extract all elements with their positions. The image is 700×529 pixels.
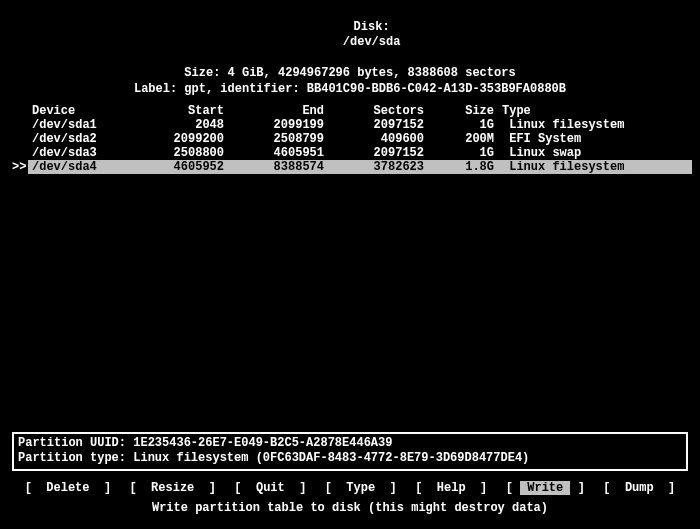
menu-item-quit[interactable]: [ Quit ] bbox=[232, 481, 308, 495]
cell-size: 200M bbox=[428, 132, 498, 146]
cell-size: 1.8G bbox=[428, 160, 498, 174]
cell-sectors: 3782623 bbox=[328, 160, 428, 174]
col-start: Start bbox=[118, 104, 228, 118]
cell-device: /dev/sda1 bbox=[28, 118, 118, 132]
menu-label: Help bbox=[430, 481, 473, 495]
col-type: Type bbox=[498, 104, 692, 118]
table-header-row: Device Start End Sectors Size Type bbox=[8, 104, 692, 118]
cell-end: 2508799 bbox=[228, 132, 328, 146]
status-line: Write partition table to disk (this migh… bbox=[0, 501, 700, 515]
cell-sectors: 409600 bbox=[328, 132, 428, 146]
cell-end: 8388574 bbox=[228, 160, 328, 174]
disk-header: Disk: /dev/sda Size: 4 GiB, 4294967296 b… bbox=[8, 4, 692, 98]
cell-device: /dev/sda2 bbox=[28, 132, 118, 146]
disk-size-line: Size: 4 GiB, 4294967296 bytes, 8388608 s… bbox=[8, 66, 692, 82]
menu-label: Delete bbox=[39, 481, 97, 495]
menu-label: Type bbox=[339, 481, 382, 495]
ptype-value: Linux filesystem (0FC63DAF-8483-4772-8E7… bbox=[133, 451, 529, 465]
menu-item-resize[interactable]: [ Resize ] bbox=[128, 481, 218, 495]
cell-size: 1G bbox=[428, 146, 498, 160]
menu-item-delete[interactable]: [ Delete ] bbox=[23, 481, 113, 495]
cell-end: 2099199 bbox=[228, 118, 328, 132]
table-row[interactable]: /dev/sda12048209919920971521G Linux file… bbox=[8, 118, 692, 132]
cell-start: 4605952 bbox=[118, 160, 228, 174]
menu-label: Quit bbox=[249, 481, 292, 495]
col-device: Device bbox=[28, 104, 118, 118]
cell-device: /dev/sda3 bbox=[28, 146, 118, 160]
cell-type: Linux filesystem bbox=[498, 118, 692, 132]
partition-detail-box: Partition UUID: 1E235436-26E7-E049-B2C5-… bbox=[12, 432, 688, 471]
cell-type: Linux filesystem bbox=[498, 160, 692, 174]
row-cursor bbox=[8, 146, 28, 160]
menu-item-type[interactable]: [ Type ] bbox=[323, 481, 399, 495]
col-size: Size bbox=[428, 104, 498, 118]
row-cursor bbox=[8, 132, 28, 146]
menu-label: Resize bbox=[144, 481, 202, 495]
partition-table: Device Start End Sectors Size Type /dev/… bbox=[8, 104, 692, 174]
col-end: End bbox=[228, 104, 328, 118]
cell-sectors: 2097152 bbox=[328, 146, 428, 160]
cell-start: 2508800 bbox=[118, 146, 228, 160]
cell-size: 1G bbox=[428, 118, 498, 132]
cell-type: Linux swap bbox=[498, 146, 692, 160]
uuid-label: Partition UUID: bbox=[18, 436, 126, 450]
cell-sectors: 2097152 bbox=[328, 118, 428, 132]
ptype-label: Partition type: bbox=[18, 451, 126, 465]
menu-item-dump[interactable]: [ Dump ] bbox=[601, 481, 677, 495]
col-sectors: Sectors bbox=[328, 104, 428, 118]
uuid-value: 1E235436-26E7-E049-B2C5-A2878E446A39 bbox=[133, 436, 392, 450]
table-row[interactable]: /dev/sda220992002508799409600200M EFI Sy… bbox=[8, 132, 692, 146]
disk-path: /dev/sda bbox=[343, 35, 401, 49]
row-cursor bbox=[8, 118, 28, 132]
disk-label-line: Label: gpt, identifier: BB401C90-BDB6-C0… bbox=[8, 82, 692, 98]
cell-start: 2048 bbox=[118, 118, 228, 132]
table-row[interactable]: >>/dev/sda44605952838857437826231.8G Lin… bbox=[8, 160, 692, 174]
disk-label: Disk: bbox=[354, 20, 390, 34]
menu-item-write[interactable]: [ Write ] bbox=[504, 481, 587, 495]
menu-item-help[interactable]: [ Help ] bbox=[413, 481, 489, 495]
menu-label: Dump bbox=[618, 481, 661, 495]
action-menu: [ Delete ] [ Resize ] [ Quit ] [ Type ] … bbox=[0, 481, 700, 495]
cell-device: /dev/sda4 bbox=[28, 160, 118, 174]
menu-label: Write bbox=[520, 481, 570, 495]
cell-type: EFI System bbox=[498, 132, 692, 146]
cell-start: 2099200 bbox=[118, 132, 228, 146]
table-row[interactable]: /dev/sda32508800460595120971521G Linux s… bbox=[8, 146, 692, 160]
row-cursor: >> bbox=[8, 160, 28, 174]
cell-end: 4605951 bbox=[228, 146, 328, 160]
